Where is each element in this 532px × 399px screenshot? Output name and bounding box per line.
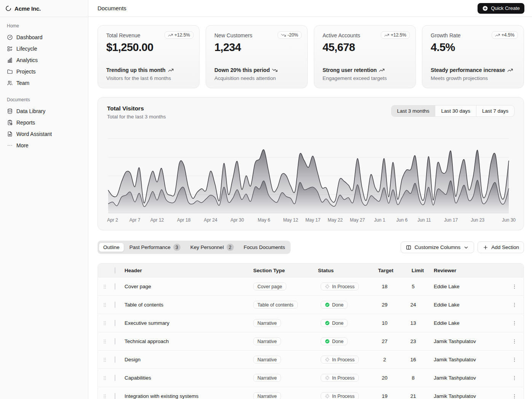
limit-value[interactable]: 21 bbox=[398, 393, 428, 399]
select-all-checkbox[interactable] bbox=[115, 267, 115, 274]
loader-icon bbox=[325, 375, 330, 380]
row-checkbox[interactable] bbox=[115, 393, 115, 399]
row-header-link[interactable]: Technical approach bbox=[125, 338, 253, 344]
row-menu-button[interactable] bbox=[509, 354, 520, 365]
add-section-button[interactable]: Add Section bbox=[478, 241, 524, 253]
view-tabs: Outline Past Performance 3 Key Personnel… bbox=[97, 241, 291, 254]
tab-outline[interactable]: Outline bbox=[99, 243, 124, 252]
section-type-badge: Narrative bbox=[253, 392, 281, 399]
sidebar-section: Home Dashboard Lifecycle Analytics Proje… bbox=[4, 20, 84, 89]
row-checkbox[interactable] bbox=[115, 375, 115, 381]
chart-title: Total Visitors bbox=[107, 105, 166, 112]
sidebar: Acme Inc. Home Dashboard Lifecycle Analy… bbox=[0, 0, 88, 399]
target-value[interactable]: 10 bbox=[371, 320, 398, 326]
sidebar-item-analytics[interactable]: Analytics bbox=[4, 54, 84, 66]
target-value[interactable]: 18 bbox=[371, 284, 398, 289]
target-value[interactable]: 2 bbox=[371, 357, 398, 362]
row-menu-button[interactable] bbox=[509, 336, 520, 347]
row-header-link[interactable]: Integration with existing systems bbox=[125, 393, 253, 399]
row-menu-button[interactable] bbox=[509, 281, 520, 292]
target-value[interactable]: 20 bbox=[371, 375, 398, 381]
stat-card-new-customers: New Customers -20% 1,234 Down 20% this p… bbox=[206, 25, 308, 88]
range-last-30-days[interactable]: Last 30 days bbox=[435, 105, 476, 117]
x-tick-label: Jun 30 bbox=[502, 217, 516, 223]
grip-icon bbox=[102, 284, 108, 290]
limit-value[interactable]: 13 bbox=[398, 320, 428, 326]
tab-key-personnel[interactable]: Key Personnel 2 bbox=[186, 242, 238, 253]
range-last-3-months[interactable]: Last 3 months bbox=[391, 105, 435, 117]
drag-handle[interactable] bbox=[98, 320, 112, 326]
x-tick-label: Apr 12 bbox=[150, 217, 164, 223]
reviewer-value: Eddie Lake bbox=[428, 320, 508, 326]
sidebar-item-label: Lifecycle bbox=[16, 46, 37, 52]
report-icon bbox=[7, 120, 13, 126]
range-last-7-days[interactable]: Last 7 days bbox=[476, 105, 514, 117]
chart-bar-icon bbox=[7, 57, 13, 63]
row-menu-button[interactable] bbox=[509, 318, 520, 329]
drag-handle[interactable] bbox=[98, 284, 112, 290]
trending-down-icon bbox=[272, 67, 278, 73]
sidebar-item-projects[interactable]: Projects bbox=[4, 66, 84, 77]
trending-up-icon bbox=[384, 33, 389, 38]
sidebar-item-label: Projects bbox=[16, 69, 36, 75]
row-menu-button[interactable] bbox=[509, 300, 520, 310]
row-checkbox[interactable] bbox=[115, 338, 115, 345]
tab-past-performance[interactable]: Past Performance 3 bbox=[125, 242, 185, 253]
limit-value[interactable]: 8 bbox=[398, 375, 428, 381]
customize-columns-button[interactable]: Customize Columns bbox=[401, 241, 474, 253]
quick-create-label: Quick Create bbox=[491, 5, 520, 11]
page-title: Documents bbox=[97, 5, 126, 11]
row-checkbox[interactable] bbox=[115, 302, 115, 308]
stat-card-total-revenue: Total Revenue +12.5% $1,250.00 Trending … bbox=[97, 25, 200, 88]
drag-handle[interactable] bbox=[98, 393, 112, 399]
row-header-link[interactable]: Capabilities bbox=[125, 375, 253, 381]
row-header-link[interactable]: Executive summary bbox=[125, 320, 253, 326]
limit-value[interactable]: 24 bbox=[398, 302, 428, 308]
chevron-down-icon bbox=[463, 244, 469, 251]
row-checkbox[interactable] bbox=[115, 320, 115, 326]
row-menu-button[interactable] bbox=[509, 391, 520, 399]
acme-logo-icon bbox=[5, 5, 11, 11]
limit-value[interactable]: 5 bbox=[398, 284, 428, 289]
sidebar-item-lifecycle[interactable]: Lifecycle bbox=[4, 43, 84, 54]
row-header-link[interactable]: Design bbox=[125, 357, 253, 362]
limit-value[interactable]: 16 bbox=[398, 357, 428, 362]
tab-focus-documents[interactable]: Focus Documents bbox=[239, 243, 290, 252]
drag-handle[interactable] bbox=[98, 302, 112, 308]
dashboard-icon bbox=[7, 34, 13, 40]
table-body: Cover page Cover page In Process 18 5 Ed… bbox=[98, 277, 524, 399]
status-badge: In Process bbox=[321, 356, 359, 364]
sidebar-item-data-library[interactable]: Data Library bbox=[4, 105, 84, 117]
target-value[interactable]: 19 bbox=[371, 393, 398, 399]
sidebar-item-reports[interactable]: Reports bbox=[4, 117, 84, 128]
status-badge: In Process bbox=[321, 282, 359, 290]
trend-badge: +4.5% bbox=[492, 31, 518, 39]
kebab-icon bbox=[511, 302, 518, 308]
loader-icon bbox=[325, 284, 330, 289]
kebab-icon bbox=[511, 338, 518, 345]
row-checkbox[interactable] bbox=[115, 283, 115, 290]
file-word-icon bbox=[7, 131, 13, 137]
sidebar-item-dashboard[interactable]: Dashboard bbox=[4, 32, 84, 43]
status-badge: In Process bbox=[321, 374, 359, 382]
x-tick-label: Jun 1 bbox=[374, 217, 385, 223]
quick-create-button[interactable]: Quick Create bbox=[478, 3, 524, 14]
sidebar-item-team[interactable]: Team bbox=[4, 77, 84, 89]
row-checkbox[interactable] bbox=[115, 356, 115, 363]
row-menu-button[interactable] bbox=[509, 373, 520, 383]
tab-count-badge: 3 bbox=[173, 244, 181, 251]
sidebar-item-more[interactable]: More bbox=[4, 140, 84, 151]
row-header-link[interactable]: Table of contents bbox=[125, 302, 253, 308]
brand[interactable]: Acme Inc. bbox=[0, 0, 88, 17]
limit-value[interactable]: 23 bbox=[398, 338, 428, 344]
target-value[interactable]: 27 bbox=[371, 338, 398, 344]
sidebar-item-word-assistant[interactable]: Word Assistant bbox=[4, 128, 84, 140]
target-value[interactable]: 29 bbox=[371, 302, 398, 308]
drag-handle[interactable] bbox=[98, 375, 112, 381]
drag-handle[interactable] bbox=[98, 357, 112, 363]
tab-label: Focus Documents bbox=[244, 244, 285, 250]
dots-icon bbox=[7, 142, 13, 148]
row-header-link[interactable]: Cover page bbox=[125, 284, 253, 289]
drag-handle[interactable] bbox=[98, 338, 112, 345]
table-row: Capabilities Narrative In Process 20 8 J… bbox=[98, 369, 524, 387]
